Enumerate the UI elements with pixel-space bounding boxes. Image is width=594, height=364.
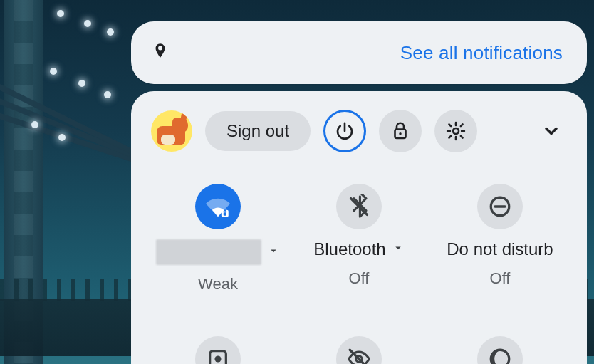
avatar[interactable] — [151, 110, 192, 152]
bluetooth-label: Bluetooth — [313, 239, 385, 259]
power-button[interactable] — [323, 110, 366, 152]
location-pin-icon — [151, 42, 170, 63]
caret-down-icon[interactable] — [267, 244, 280, 260]
quick-settings-panel: Sign out — [131, 91, 587, 364]
do-not-disturb-tile[interactable]: Do not disturb Off — [433, 184, 567, 293]
wifi-icon[interactable] — [195, 184, 241, 229]
quick-settings-header: Sign out — [151, 110, 567, 152]
settings-button[interactable] — [434, 110, 477, 152]
bluetooth-off-icon[interactable] — [336, 184, 382, 229]
do-not-disturb-status: Off — [490, 269, 511, 288]
do-not-disturb-icon[interactable] — [477, 184, 523, 229]
lock-button[interactable] — [379, 110, 422, 152]
svg-rect-4 — [224, 212, 226, 216]
svg-point-1 — [399, 132, 402, 135]
night-light-icon[interactable] — [477, 336, 523, 364]
wifi-tile[interactable]: Weak — [151, 184, 285, 293]
bluetooth-tile[interactable]: Bluetooth Off — [292, 184, 426, 293]
do-not-disturb-label: Do not disturb — [447, 239, 553, 259]
night-light-tile[interactable] — [433, 336, 567, 364]
see-all-notifications-link[interactable]: See all notifications — [400, 42, 563, 64]
caret-down-icon[interactable] — [392, 241, 405, 257]
wifi-status: Weak — [198, 275, 238, 293]
visibility-off-icon[interactable] — [336, 336, 382, 364]
collapse-button[interactable] — [536, 115, 567, 147]
sign-out-button[interactable]: Sign out — [205, 111, 311, 151]
wifi-network-name-redacted — [156, 239, 261, 265]
svg-point-2 — [453, 128, 459, 134]
screen-capture-icon[interactable] — [195, 336, 241, 364]
visibility-off-tile[interactable] — [292, 336, 426, 364]
screen-capture-tile[interactable] — [151, 336, 285, 364]
svg-point-9 — [214, 355, 221, 362]
notification-banner[interactable]: See all notifications — [131, 21, 587, 84]
bluetooth-status: Off — [349, 269, 370, 288]
